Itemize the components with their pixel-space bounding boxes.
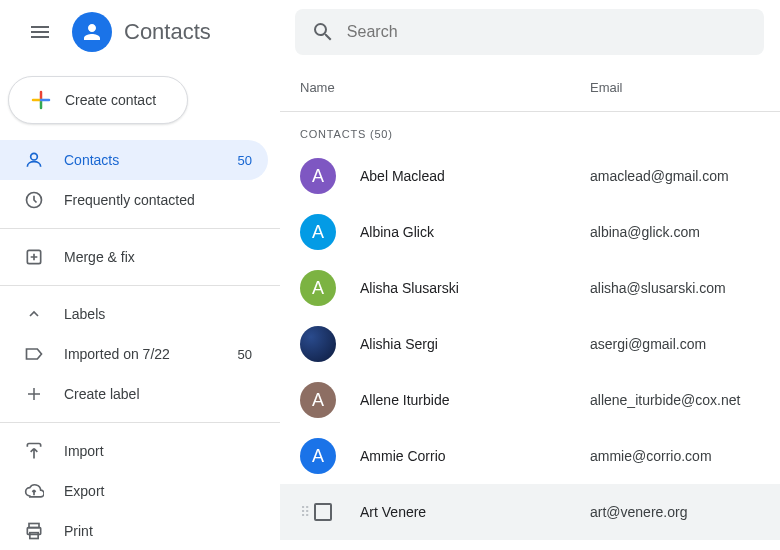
- sidebar-label-imported[interactable]: Imported on 7/22 50: [0, 334, 268, 374]
- nav-label: Frequently contacted: [64, 192, 252, 208]
- nav-label: Imported on 7/22: [64, 346, 218, 362]
- menu-icon: [28, 20, 52, 44]
- column-name: Name: [300, 80, 590, 95]
- app-title: Contacts: [124, 19, 211, 45]
- labels-header-label: Labels: [64, 306, 252, 322]
- plus-outline-icon: [24, 385, 44, 403]
- contact-name: Ammie Corrio: [360, 448, 590, 464]
- contact-row[interactable]: AAlisha Slusarskialisha@slusarski.com: [280, 260, 780, 316]
- avatar: A: [300, 158, 336, 194]
- sidebar-item-export[interactable]: Export: [0, 471, 268, 511]
- sidebar-item-contacts[interactable]: Contacts 50: [0, 140, 268, 180]
- contact-name: Albina Glick: [360, 224, 590, 240]
- header: Contacts: [0, 0, 780, 64]
- nav-count: 50: [238, 347, 252, 362]
- sidebar-item-print[interactable]: Print: [0, 511, 268, 550]
- contact-row[interactable]: AAbel Macleadamaclead@gmail.com: [280, 148, 780, 204]
- nav-label: Print: [64, 523, 252, 539]
- column-headers: Name Email: [280, 64, 780, 112]
- avatar: A: [300, 270, 336, 306]
- contact-row[interactable]: Alishia Sergiasergi@gmail.com: [280, 316, 780, 372]
- create-contact-label: Create contact: [65, 92, 156, 108]
- print-icon: [24, 521, 44, 541]
- nav-label: Contacts: [64, 152, 218, 168]
- nav-label: Create label: [64, 386, 252, 402]
- person-outline-icon: [24, 150, 44, 170]
- contact-row[interactable]: ⠿Art Venereart@venere.org: [280, 484, 780, 540]
- search-icon: [311, 20, 335, 44]
- contact-email: albina@glick.com: [590, 224, 700, 240]
- sidebar-item-merge-fix[interactable]: Merge & fix: [0, 237, 268, 277]
- contact-name: Art Venere: [360, 504, 590, 520]
- nav-label: Merge & fix: [64, 249, 252, 265]
- history-icon: [24, 190, 44, 210]
- nav-label: Export: [64, 483, 252, 499]
- merge-icon: [24, 247, 44, 267]
- row-checkbox[interactable]: [314, 503, 332, 521]
- divider: [0, 285, 280, 286]
- sidebar: Create contact Contacts 50 Frequently co…: [0, 64, 280, 550]
- sidebar-item-frequently-contacted[interactable]: Frequently contacted: [0, 180, 268, 220]
- drag-handle-icon[interactable]: ⠿: [300, 504, 308, 520]
- row-select-prefix: ⠿: [300, 503, 336, 521]
- export-icon: [24, 481, 44, 501]
- svg-point-0: [31, 153, 38, 160]
- column-email: Email: [590, 80, 780, 95]
- contact-row[interactable]: AAllene Iturbideallene_iturbide@cox.net: [280, 372, 780, 428]
- nav-label: Import: [64, 443, 252, 459]
- contact-name: Alisha Slusarski: [360, 280, 590, 296]
- contact-list: AAbel Macleadamaclead@gmail.comAAlbina G…: [280, 148, 780, 540]
- avatar: A: [300, 438, 336, 474]
- contact-row[interactable]: AAmmie Corrioammie@corrio.com: [280, 428, 780, 484]
- import-icon: [24, 441, 44, 461]
- hamburger-menu[interactable]: [16, 8, 64, 56]
- contact-name: Abel Maclead: [360, 168, 590, 184]
- contact-email: allene_iturbide@cox.net: [590, 392, 740, 408]
- chevron-up-icon: [24, 306, 44, 322]
- contact-row[interactable]: AAlbina Glickalbina@glick.com: [280, 204, 780, 260]
- divider: [0, 228, 280, 229]
- main-content: Name Email CONTACTS (50) AAbel Macleadam…: [280, 64, 780, 550]
- contact-name: Alishia Sergi: [360, 336, 590, 352]
- section-label: CONTACTS (50): [280, 112, 780, 148]
- sidebar-labels-header[interactable]: Labels: [0, 294, 268, 334]
- create-contact-button[interactable]: Create contact: [8, 76, 188, 124]
- search-bar[interactable]: [295, 9, 764, 55]
- avatar: [300, 326, 336, 362]
- contact-name: Allene Iturbide: [360, 392, 590, 408]
- contact-email: alisha@slusarski.com: [590, 280, 726, 296]
- person-icon: [80, 20, 104, 44]
- sidebar-create-label[interactable]: Create label: [0, 374, 268, 414]
- layout: Create contact Contacts 50 Frequently co…: [0, 64, 780, 550]
- nav-count: 50: [238, 153, 252, 168]
- contact-email: ammie@corrio.com: [590, 448, 712, 464]
- divider: [0, 422, 280, 423]
- contact-email: asergi@gmail.com: [590, 336, 706, 352]
- app-logo: [72, 12, 112, 52]
- contact-email: amaclead@gmail.com: [590, 168, 729, 184]
- avatar: A: [300, 382, 336, 418]
- sidebar-item-import[interactable]: Import: [0, 431, 268, 471]
- contact-email: art@venere.org: [590, 504, 687, 520]
- avatar: A: [300, 214, 336, 250]
- plus-icon: [29, 88, 53, 112]
- search-input[interactable]: [347, 23, 748, 41]
- label-icon: [24, 344, 44, 364]
